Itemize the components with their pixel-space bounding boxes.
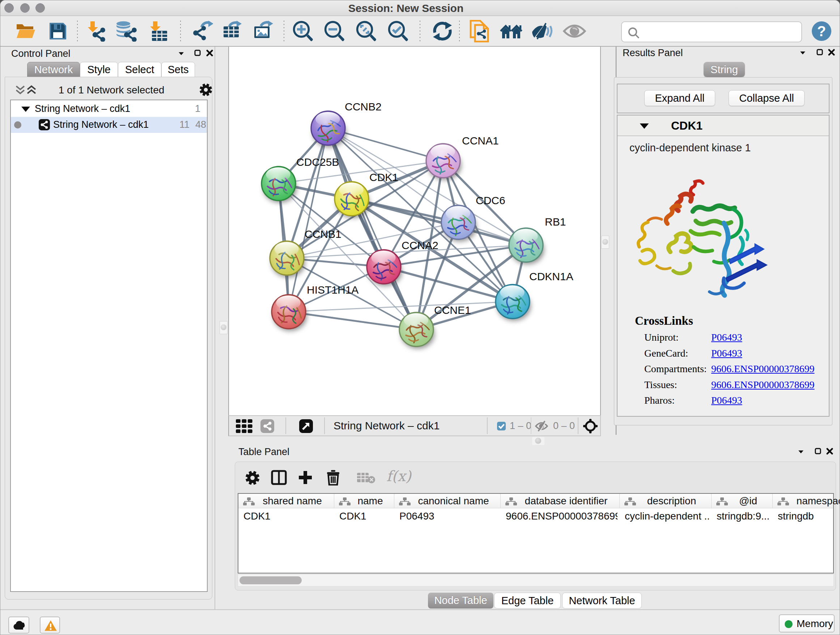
table-panel-close-icon[interactable] <box>826 448 833 455</box>
window-title: Session: New Session <box>0 0 812 16</box>
control-panel-divider[interactable] <box>215 47 215 609</box>
crosslink-row: Uniprot:P06493 <box>644 332 831 343</box>
right-splitter-handle[interactable] <box>601 236 609 249</box>
zoom-in-icon[interactable] <box>292 20 314 42</box>
open-session-icon[interactable] <box>15 23 36 40</box>
control-panel-menu-icon[interactable] <box>178 51 184 55</box>
expand-tree-icon[interactable] <box>26 85 37 95</box>
memory-button[interactable]: Memory <box>779 614 835 632</box>
table-panel-menu-icon[interactable] <box>798 450 804 454</box>
delete-column-icon[interactable] <box>326 470 340 486</box>
birds-eye-view-icon[interactable] <box>236 419 256 433</box>
table-panel-float-icon[interactable] <box>815 448 821 454</box>
copy-network-icon[interactable] <box>469 20 490 42</box>
tab-network[interactable]: Network <box>27 62 80 77</box>
gene-description: cyclin-dependent kinase 1 <box>630 142 751 154</box>
tab-network-table[interactable]: Network Table <box>562 593 642 608</box>
tab-style[interactable]: Style <box>80 62 118 77</box>
column-header--id[interactable]: @id <box>712 494 773 508</box>
status-bar: Memory <box>0 609 840 635</box>
results-panel-float-icon[interactable] <box>816 49 823 55</box>
column-title: database identifier <box>518 495 614 507</box>
show-columns-icon[interactable] <box>271 470 287 485</box>
column-header-canonical-name[interactable]: canonical name <box>394 494 501 508</box>
refresh-icon[interactable] <box>431 21 453 41</box>
network-node-HIST1H1A[interactable]: HIST1H1A <box>272 284 358 331</box>
network-view[interactable]: CCNB2CCNA1CDC25BCDK1CDC6RB1CCNB1CCNA2CDK… <box>228 47 601 415</box>
help-icon[interactable]: ? <box>811 21 832 42</box>
gene-expander-icon[interactable] <box>639 123 649 129</box>
tab-string[interactable]: String <box>704 62 745 77</box>
network-row-selected[interactable]: String Network – cdk1 11 48 <box>11 117 207 133</box>
tab-edge-table[interactable]: Edge Table <box>494 593 561 608</box>
collection-count: 1 <box>195 103 201 114</box>
expand-all-button[interactable]: Expand All <box>644 90 715 106</box>
crosslink-link[interactable]: 9606.ENSP00000378699 <box>711 363 814 375</box>
network-graph[interactable]: CCNB2CCNA1CDC25BCDK1CDC6RB1CCNB1CCNA2CDK… <box>229 47 600 415</box>
footer-separator <box>324 417 325 434</box>
open-in-window-icon[interactable] <box>299 419 313 433</box>
center-view-icon[interactable] <box>583 418 598 434</box>
zoom-selected-icon[interactable] <box>387 20 409 42</box>
network-node-RB1[interactable]: RB1 <box>509 216 566 264</box>
selected-checkbox-icon[interactable] <box>497 421 506 431</box>
show-all-icon[interactable] <box>562 23 586 40</box>
table-cell: 9606.ENSP00000378699 <box>506 510 617 522</box>
table-row[interactable]: CDK1CDK1P064939606.ENSP00000378699cyclin… <box>238 509 833 523</box>
hide-selected-icon[interactable] <box>531 22 554 41</box>
network-node-CCNA1[interactable]: CCNA1 <box>426 135 499 180</box>
import-table-icon[interactable] <box>148 21 167 42</box>
column-header-name[interactable]: name <box>334 494 394 508</box>
crosslink-link[interactable]: P06493 <box>711 394 742 406</box>
toolbar-separator <box>420 21 420 43</box>
zoom-fit-icon[interactable] <box>355 20 378 42</box>
network-node-CDKN1A[interactable]: CDKN1A <box>496 271 573 321</box>
tab-node-table[interactable]: Node Table <box>428 593 493 608</box>
collapse-tree-icon[interactable] <box>15 85 26 95</box>
control-panel-float-icon[interactable] <box>194 50 201 56</box>
crosslink-label: Uniprot: <box>644 332 679 343</box>
export-table-icon[interactable] <box>223 21 245 42</box>
export-network-icon[interactable] <box>192 21 213 42</box>
tab-select[interactable]: Select <box>118 62 161 77</box>
warnings-button[interactable] <box>40 616 60 633</box>
table-options-gear-icon[interactable] <box>245 470 260 485</box>
results-panel-close-icon[interactable] <box>828 49 835 56</box>
column-header-namespace[interactable]: namespace <box>773 494 840 508</box>
crosslink-link[interactable]: P06493 <box>711 348 742 359</box>
left-splitter-handle[interactable] <box>219 321 227 334</box>
footer-separator <box>531 417 531 434</box>
tab-sets[interactable]: Sets <box>161 62 195 77</box>
crosslink-row: Pharos:P06493 <box>644 394 831 406</box>
column-header-description[interactable]: description <box>620 494 712 508</box>
save-session-icon[interactable] <box>49 22 67 40</box>
add-column-icon[interactable] <box>298 470 313 485</box>
results-panel-menu-icon[interactable] <box>800 51 806 55</box>
network-node-CCNE1[interactable]: CCNE1 <box>399 304 471 348</box>
network-collection-row[interactable]: String Network – cdk1 1 <box>11 101 207 117</box>
zoom-out-icon[interactable] <box>324 20 346 42</box>
homes-icon[interactable] <box>499 22 523 41</box>
string-view-badge-icon[interactable] <box>260 419 275 433</box>
network-edge-HIST1H1A-CCNE1[interactable] <box>289 312 416 329</box>
cloud-status-button[interactable] <box>8 616 29 633</box>
network-node-CCNB1[interactable]: CCNB1 <box>270 228 341 277</box>
gene-section-header[interactable]: CDK1 <box>617 116 829 136</box>
control-panel-close-icon[interactable] <box>206 50 213 57</box>
node-label-HIST1H1A: HIST1H1A <box>307 284 358 296</box>
network-node-CDC25B[interactable]: CDC25B <box>262 156 339 203</box>
export-image-icon[interactable] <box>254 21 275 42</box>
column-header-database-identifier[interactable]: database identifier <box>501 494 620 508</box>
network-options-gear-icon[interactable] <box>199 83 212 96</box>
import-database-icon[interactable] <box>115 21 137 42</box>
crosslink-link[interactable]: 9606.ENSP00000378699 <box>711 379 814 391</box>
column-header-shared-name[interactable]: shared name <box>238 494 334 508</box>
crosslink-link[interactable]: P06493 <box>711 332 742 343</box>
crosslink-label: Tissues: <box>644 379 677 390</box>
scrollbar-thumb[interactable] <box>240 576 302 584</box>
collapse-all-button[interactable]: Collapse All <box>729 90 805 106</box>
collection-expander-icon[interactable] <box>21 106 30 112</box>
search-input[interactable] <box>645 24 799 40</box>
import-network-icon[interactable] <box>85 21 106 42</box>
table-horizontal-scrollbar[interactable] <box>238 574 834 586</box>
